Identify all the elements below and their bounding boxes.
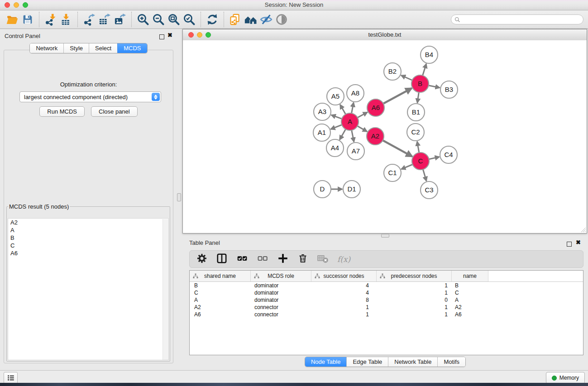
import-network-icon [44,13,57,26]
tab-motifs[interactable]: Motifs [437,357,465,367]
svg-text:A4: A4 [331,144,339,152]
import-network-button[interactable] [43,12,58,27]
zoom-in-button[interactable] [135,12,151,27]
table-cell: dominator [251,282,311,289]
network-canvas[interactable]: AA1A2A3A4A5A6A7A8BB1B2B3B4CC1C2C3C4DD1 [183,40,587,233]
resize-grip-icon[interactable] [580,226,586,232]
graph-node-A6[interactable]: A6 [367,99,384,116]
table-row[interactable]: Adominator80A [190,296,583,304]
graph-node-C[interactable]: C [412,152,429,170]
export-table-button[interactable] [97,12,112,27]
open-session-button[interactable] [5,12,20,27]
tab-network-table[interactable]: Network Table [388,357,437,367]
search-field[interactable] [451,14,583,24]
refresh-button[interactable] [205,12,220,27]
main-toolbar [0,10,588,29]
horizontal-divider-grabber[interactable] [381,234,389,238]
show-graphics-details-button[interactable] [274,12,289,27]
tab-network[interactable]: Network [30,43,63,53]
tab-select[interactable]: Select [89,43,117,53]
window-titlebar[interactable]: Session: New Session [0,0,588,10]
graph-node-C2[interactable]: C2 [407,124,424,141]
column-header-successor-nodes[interactable]: successor nodes [311,271,377,281]
zoom-selected-button[interactable] [182,12,197,27]
graph-node-A8[interactable]: A8 [347,85,364,102]
tab-edge-table[interactable]: Edge Table [346,357,388,367]
graph-node-A1[interactable]: A1 [313,124,330,141]
tab-mcds[interactable]: MCDS [117,43,147,53]
graph-node-B4[interactable]: B4 [421,46,438,63]
graph-node-B[interactable]: B [411,75,429,92]
save-session-button[interactable] [20,12,35,27]
run-mcds-button[interactable]: Run MCDS [39,106,85,117]
mcds-result-item[interactable]: A2 [8,219,168,226]
duplicate-network-button[interactable] [228,12,243,27]
mcds-result-item[interactable]: A [8,226,168,234]
import-table-button[interactable] [58,12,74,27]
table-row[interactable]: Cdominator41C [190,289,583,296]
select-all-button[interactable] [236,253,248,266]
home-button[interactable] [243,12,258,27]
control-panel-title: Control Panel [5,33,40,39]
table-settings-button[interactable] [196,253,207,266]
vertical-divider-grabber[interactable] [177,193,181,201]
zoom-fit-button[interactable] [166,12,182,27]
graph-node-D[interactable]: D [314,181,331,198]
svg-text:C1: C1 [388,169,397,176]
select-all-icon [236,253,248,264]
graph-node-B1[interactable]: B1 [407,104,425,121]
criterion-dropdown[interactable]: largest connected component (directed) [19,91,161,102]
svg-text:D1: D1 [347,185,356,193]
table-cell: C [190,290,251,296]
delete-table-button[interactable] [317,253,329,266]
graph-node-C3[interactable]: C3 [421,181,438,199]
table-float-button[interactable] [567,240,572,248]
table-row[interactable]: A6connector11A6 [190,311,583,318]
graph-node-B2[interactable]: B2 [384,63,401,80]
graph-node-A2[interactable]: A2 [367,128,384,145]
graph-node-A3[interactable]: A3 [314,103,331,120]
svg-text:A3: A3 [318,108,326,115]
mcds-tab-content: Optimization criterion: largest connecte… [4,50,173,363]
table-close-button[interactable]: ✖ [576,240,581,245]
column-header-shared-name[interactable]: shared name [190,271,251,281]
column-header-name[interactable]: name [452,271,488,281]
table-cell: B [190,282,251,289]
zoom-out-button[interactable] [151,12,166,27]
graph-node-D1[interactable]: D1 [343,181,360,198]
float-panel-button[interactable] [159,33,164,41]
network-window-titlebar[interactable]: testGlobe.txt [183,29,587,41]
graph-node-A[interactable]: A [341,113,359,130]
table-row[interactable]: Bdominator41B [190,282,583,289]
tab-style[interactable]: Style [63,43,89,53]
show-columns-button[interactable] [216,253,228,266]
mcds-list-scrollbar[interactable] [163,219,168,360]
unselect-all-button[interactable] [257,253,268,266]
mcds-result-item[interactable]: B [8,234,168,242]
table-row[interactable]: A2connector11A2 [190,304,583,311]
graph-node-A7[interactable]: A7 [347,143,364,160]
function-builder-button[interactable]: f(x) [337,255,350,264]
close-panel-button2[interactable]: Close panel [91,106,138,117]
node-table: shared nameMCDS rolesuccessor nodesprede… [189,270,583,355]
graph-node-C1[interactable]: C1 [384,164,401,181]
hide-graphics-details-button[interactable] [258,12,274,27]
graph-node-A5[interactable]: A5 [327,88,344,105]
mcds-result-item[interactable]: A6 [8,249,168,257]
task-history-button[interactable] [4,372,18,384]
column-header-predecessor-nodes[interactable]: predecessor nodes [377,271,452,281]
search-icon [454,17,460,23]
memory-button[interactable]: Memory [546,372,585,384]
tab-node-table[interactable]: Node Table [305,357,347,367]
column-header-mcds-role[interactable]: MCDS role [251,271,311,281]
graph-node-B3[interactable]: B3 [440,81,458,98]
export-image-button[interactable] [112,12,128,27]
delete-row-button[interactable] [297,253,308,266]
mcds-result-item[interactable]: C [8,242,168,249]
graph-node-C4[interactable]: C4 [440,146,457,163]
export-network-button[interactable] [81,12,97,27]
close-panel-button[interactable]: ✖ [167,33,172,38]
add-row-button[interactable] [277,253,289,266]
graph-node-A4[interactable]: A4 [326,139,344,157]
search-input[interactable] [462,15,583,24]
